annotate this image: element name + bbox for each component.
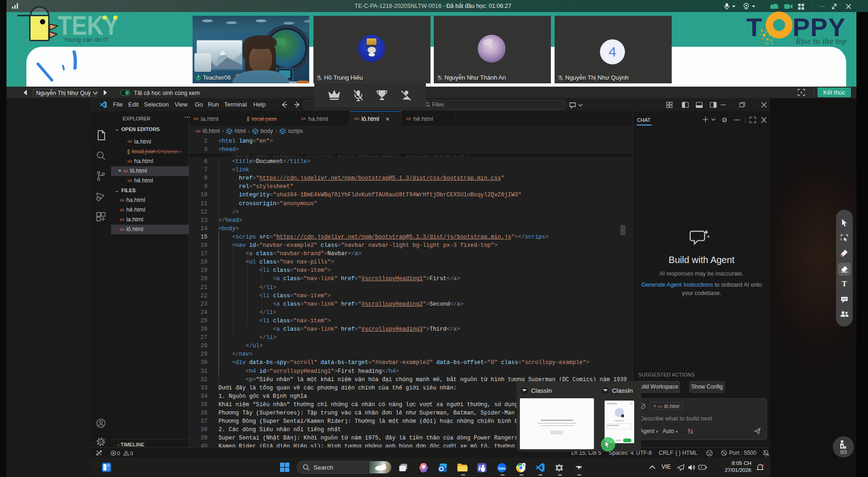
svg-text:Zalo: Zalo [498, 466, 506, 471]
svg-text:Nguyễn Thị Như Quỳ: Nguyễn Thị Như Quỳ [36, 89, 91, 96]
svg-text:Rise to the top: Rise to the top [795, 36, 847, 46]
svg-text:0: 0 [117, 451, 120, 456]
svg-text:0: 0 [130, 451, 133, 456]
svg-text:Young can do IT: Young can do IT [63, 36, 109, 43]
svg-text:Tất cả học sinh cùng xem: Tất cả học sinh cùng xem [134, 90, 200, 96]
svg-text:T: T [746, 13, 762, 42]
